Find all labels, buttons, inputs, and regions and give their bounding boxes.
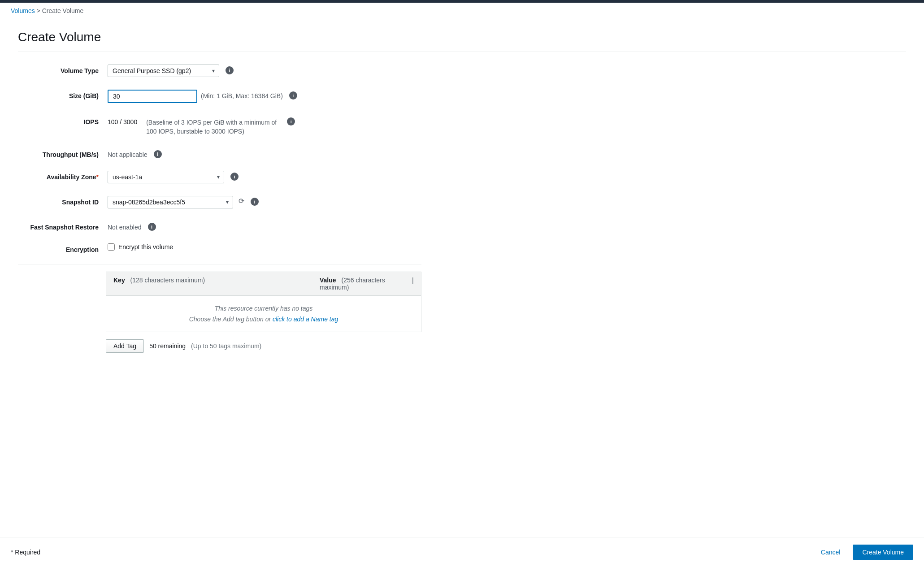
- tags-header: Key (128 characters maximum) Value (256 …: [106, 272, 421, 295]
- iops-row: IOPS 100 / 3000 (Baseline of 3 IOPS per …: [18, 114, 421, 138]
- tags-add-text: Choose the Add tag button or click to ad…: [113, 316, 414, 323]
- tags-value-header: Value (256 characters maximum): [320, 277, 412, 291]
- throughput-info-icon[interactable]: i: [154, 150, 162, 158]
- snapshot-id-select-wrapper[interactable]: snap-08265d2bea3ecc5f5: [108, 196, 233, 208]
- size-hint: (Min: 1 GiB, Max: 16384 GiB): [201, 90, 283, 100]
- tags-key-hint: (128 characters maximum): [130, 277, 205, 284]
- tags-divider-icon: |: [412, 277, 414, 291]
- encryption-checkbox-label: Encrypt this volume: [118, 243, 173, 251]
- availability-zone-info-icon[interactable]: i: [230, 173, 239, 181]
- volume-type-controls: General Purpose SSD (gp2) Provisioned IO…: [108, 65, 421, 77]
- create-volume-form: Volume Type General Purpose SSD (gp2) Pr…: [18, 63, 421, 353]
- iops-controls: 100 / 3000 (Baseline of 3 IOPS per GiB w…: [108, 116, 421, 136]
- throughput-controls: Not applicable i: [108, 148, 421, 158]
- fast-snapshot-restore-row: Fast Snapshot Restore Not enabled i: [18, 219, 421, 233]
- breadcrumb-current: Create Volume: [42, 7, 84, 14]
- encryption-label: Encryption: [18, 243, 108, 253]
- size-controls: (Min: 1 GiB, Max: 16384 GiB) i: [108, 90, 421, 103]
- breadcrumb-separator: >: [37, 7, 42, 14]
- encryption-controls: Encrypt this volume: [108, 243, 421, 251]
- size-input[interactable]: [108, 90, 197, 103]
- add-tag-button[interactable]: Add Tag: [106, 339, 144, 353]
- volume-type-label: Volume Type: [18, 65, 108, 74]
- throughput-row: Throughput (MB/s) Not applicable i: [18, 147, 421, 160]
- tags-remaining: 50 remaining: [149, 342, 186, 350]
- refresh-icon[interactable]: ⟳: [239, 197, 244, 205]
- fast-snapshot-restore-label: Fast Snapshot Restore: [18, 221, 108, 231]
- availability-zone-select[interactable]: us-east-1a us-east-1b us-east-1c us-east…: [108, 171, 224, 183]
- fast-snapshot-restore-value: Not enabled: [108, 221, 142, 231]
- tags-empty-text: This resource currently has no tags: [113, 305, 414, 312]
- page-title: Create Volume: [18, 30, 906, 52]
- size-info-icon[interactable]: i: [289, 91, 297, 100]
- breadcrumb: Volumes > Create Volume: [0, 3, 924, 19]
- volume-type-select-wrapper[interactable]: General Purpose SSD (gp2) Provisioned IO…: [108, 65, 219, 77]
- tags-max-text: (Up to 50 tags maximum): [191, 342, 261, 350]
- snapshot-id-label: Snapshot ID: [18, 196, 108, 206]
- snapshot-id-select[interactable]: snap-08265d2bea3ecc5f5: [108, 196, 233, 208]
- volume-type-info-icon[interactable]: i: [226, 66, 234, 74]
- throughput-label: Throughput (MB/s): [18, 148, 108, 158]
- fast-snapshot-restore-controls: Not enabled i: [108, 221, 421, 231]
- size-label: Size (GiB): [18, 90, 108, 100]
- snapshot-id-row: Snapshot ID snap-08265d2bea3ecc5f5 ⟳ i: [18, 194, 421, 210]
- snapshot-id-info-icon[interactable]: i: [251, 198, 259, 206]
- availability-zone-label: Availability Zone*: [18, 171, 108, 181]
- fast-snapshot-restore-info-icon[interactable]: i: [148, 223, 156, 231]
- tags-key-header: Key (128 characters maximum): [113, 277, 320, 291]
- iops-description: (Baseline of 3 IOPS per GiB with a minim…: [146, 116, 281, 136]
- iops-value: 100 / 3000: [108, 116, 137, 126]
- add-tag-row: Add Tag 50 remaining (Up to 50 tags maxi…: [106, 339, 421, 353]
- iops-info-icon[interactable]: i: [287, 117, 295, 126]
- availability-zone-controls: us-east-1a us-east-1b us-east-1c us-east…: [108, 171, 421, 183]
- availability-zone-row: Availability Zone* us-east-1a us-east-1b…: [18, 169, 421, 185]
- iops-label: IOPS: [18, 116, 108, 126]
- throughput-value: Not applicable: [108, 148, 147, 158]
- volume-type-select[interactable]: General Purpose SSD (gp2) Provisioned IO…: [108, 65, 219, 77]
- breadcrumb-link[interactable]: Volumes: [11, 7, 35, 14]
- form-separator: [18, 264, 421, 264]
- encryption-checkbox[interactable]: [108, 243, 115, 251]
- snapshot-id-controls: snap-08265d2bea3ecc5f5 ⟳ i: [108, 196, 421, 208]
- size-row: Size (GiB) (Min: 1 GiB, Max: 16384 GiB) …: [18, 88, 421, 105]
- availability-zone-select-wrapper[interactable]: us-east-1a us-east-1b us-east-1c us-east…: [108, 171, 224, 183]
- encryption-checkbox-row: Encrypt this volume: [108, 243, 173, 251]
- encryption-row: Encryption Encrypt this volume: [18, 242, 421, 255]
- tags-add-name-link[interactable]: click to add a Name tag: [273, 316, 338, 323]
- volume-type-row: Volume Type General Purpose SSD (gp2) Pr…: [18, 63, 421, 79]
- tags-body: This resource currently has no tags Choo…: [106, 295, 421, 332]
